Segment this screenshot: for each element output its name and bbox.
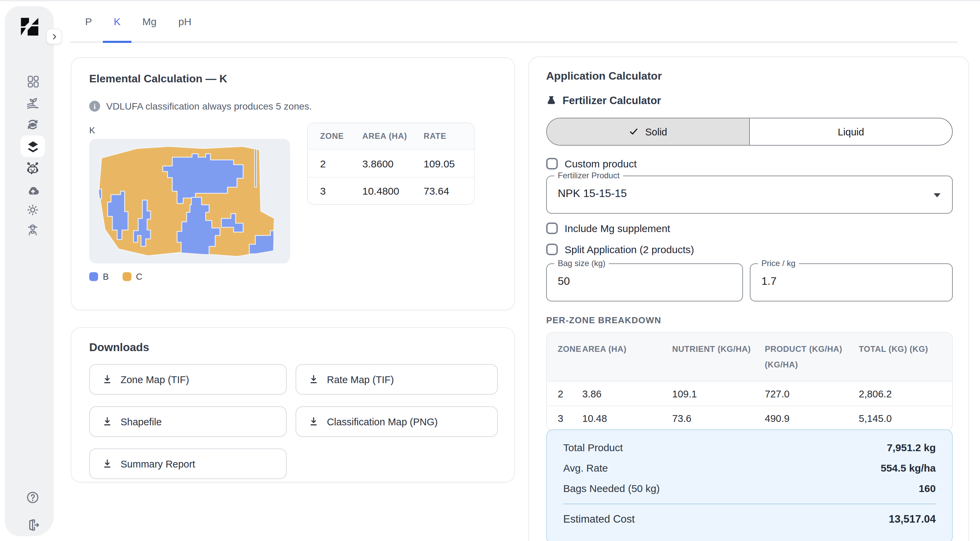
- sidebar-item-weather[interactable]: [24, 201, 41, 218]
- sidebar-item-upload[interactable]: [24, 182, 41, 198]
- include-mg-checkbox[interactable]: [546, 222, 558, 234]
- total-product-value: 7,951.2 kg: [887, 442, 936, 453]
- legend-swatch-c: [122, 272, 131, 281]
- tab-p[interactable]: P: [74, 0, 103, 41]
- download-icon: [102, 458, 113, 470]
- bd-cell: 10.48: [582, 413, 672, 424]
- bag-size-field-label: Bag size (kg): [554, 259, 609, 268]
- legend-label-c: C: [136, 271, 142, 282]
- elemental-calculation-card: Elemental Calculation — K i VDLUFA class…: [71, 57, 515, 310]
- bd-cell: 109.1: [672, 388, 765, 399]
- app-logo-icon: [19, 16, 40, 37]
- sidebar-item-layers-active[interactable]: [21, 135, 45, 157]
- legend-swatch-b: [89, 272, 98, 281]
- mode-solid-button[interactable]: Solid: [547, 118, 750, 145]
- mode-liquid-label: Liquid: [838, 126, 864, 137]
- zone-rate-table: ZONE AREA (HA) RATE 2 3.8600 109.05 3 10…: [307, 122, 475, 205]
- download-button-label: Zone Map (TIF): [121, 374, 189, 385]
- sidebar-item-assistant[interactable]: [24, 160, 41, 177]
- robot-icon: [25, 161, 40, 176]
- bags-needed-label: Bags Needed (50 kg): [563, 482, 660, 494]
- sidebar: [5, 6, 54, 536]
- download-rate-map-button[interactable]: Rate Map (TIF): [296, 364, 498, 395]
- bag-size-input[interactable]: Bag size (kg) 50: [546, 263, 743, 301]
- table-row: 3 10.48 73.6 490.9 5,145.0: [547, 405, 952, 430]
- tab-ph[interactable]: pH: [167, 0, 202, 41]
- estimated-cost-row: Estimated Cost 13,517.04: [563, 513, 936, 525]
- bd-cell: 2,806.2: [859, 388, 952, 399]
- fertilizer-product-field-label: Fertilizer Product: [554, 171, 623, 180]
- breakdown-table-header: ZONE AREA (HA) NUTRIENT (KG/HA) PRODUCT …: [547, 333, 952, 381]
- download-shapefile-button[interactable]: Shapefile: [89, 406, 287, 437]
- sidebar-item-help[interactable]: [24, 489, 41, 506]
- fertilizer-product-select[interactable]: Fertilizer Product NPK 15-15-15: [546, 176, 953, 214]
- bd-total-header: TOTAL (KG) (KG): [859, 342, 952, 357]
- legend-item-b: B: [89, 271, 109, 282]
- split-application-label: Split Application (2 products): [565, 244, 694, 255]
- tab-k[interactable]: K: [103, 0, 131, 43]
- tab-mg[interactable]: Mg: [131, 0, 167, 41]
- rate-col-header: RATE: [423, 131, 475, 141]
- sidebar-item-dashboard[interactable]: [24, 73, 41, 89]
- fertilizer-product-value: NPK 15-15-15: [558, 187, 627, 200]
- help-circle-icon: [25, 490, 40, 505]
- sidebar-item-logout[interactable]: [24, 517, 41, 533]
- downloads-title: Downloads: [89, 341, 496, 354]
- avg-rate-value: 554.5 kg/ha: [881, 462, 936, 474]
- zone-table-header: ZONE AREA (HA) RATE: [308, 123, 474, 150]
- download-button-label: Rate Map (TIF): [327, 374, 394, 385]
- mode-solid-label: Solid: [645, 126, 667, 137]
- app-logo[interactable]: [19, 16, 40, 37]
- cloud-upload-icon: [25, 182, 41, 198]
- dropdown-caret-icon: [934, 193, 940, 197]
- download-icon: [102, 416, 113, 427]
- zone-col-header: ZONE: [320, 131, 362, 141]
- legend-item-c: C: [122, 271, 142, 282]
- info-icon: i: [89, 101, 100, 112]
- rate-cell: 109.05: [423, 157, 475, 169]
- farmer-icon: [25, 222, 40, 237]
- split-application-checkbox[interactable]: [546, 244, 558, 255]
- per-zone-breakdown-table: ZONE AREA (HA) NUTRIENT (KG/HA) PRODUCT …: [546, 332, 953, 430]
- custom-product-checkbox-row[interactable]: Custom product: [546, 158, 637, 170]
- custom-product-checkbox[interactable]: [546, 158, 558, 170]
- zone-cell: 3: [320, 185, 362, 197]
- avg-rate-row: Avg. Rate 554.5 kg/ha: [563, 462, 936, 474]
- custom-product-label: Custom product: [565, 158, 637, 170]
- sidebar-expand-button[interactable]: [46, 29, 62, 44]
- bd-zone-header: ZONE: [547, 342, 582, 357]
- bd-area-header: AREA (HA): [582, 342, 672, 357]
- mode-liquid-button[interactable]: Liquid: [750, 118, 952, 145]
- include-mg-label: Include Mg supplement: [565, 222, 670, 234]
- download-icon: [102, 374, 113, 385]
- fertilizer-calculator-heading: Fertilizer Calculator: [546, 95, 661, 107]
- downloads-card: Downloads Zone Map (TIF) Rate Map (TIF) …: [71, 327, 515, 482]
- area-cell: 3.8600: [362, 157, 423, 169]
- table-row: 2 3.8600 109.05: [308, 150, 474, 177]
- download-icon: [308, 374, 320, 385]
- info-row: i VDLUFA classification always produces …: [89, 101, 496, 112]
- download-classification-map-button[interactable]: Classification Map (PNG): [296, 406, 498, 437]
- include-mg-checkbox-row[interactable]: Include Mg supplement: [546, 222, 670, 234]
- bags-needed-row: Bags Needed (50 kg) 160: [563, 482, 936, 494]
- chevron-right-icon: [50, 32, 58, 41]
- per-zone-breakdown-heading: PER-ZONE BREAKDOWN: [546, 315, 661, 325]
- sidebar-item-monitoring[interactable]: [24, 116, 41, 133]
- zone-map[interactable]: [89, 139, 290, 263]
- sun-icon: [25, 202, 40, 217]
- table-row: 2 3.86 109.1 727.0 2,806.2: [547, 381, 952, 405]
- zone-cell: 2: [320, 157, 362, 169]
- bd-nutrient-header: NUTRIENT (KG/HA): [672, 342, 765, 357]
- split-application-checkbox-row[interactable]: Split Application (2 products): [546, 244, 694, 255]
- estimated-cost-value: 13,517.04: [889, 513, 936, 525]
- eye-sync-icon: [25, 117, 40, 132]
- area-cell: 10.4800: [362, 185, 423, 197]
- application-calculator-card: Application Calculator Fertilizer Calcul…: [528, 57, 969, 541]
- summary-panel: Total Product 7,951.2 kg Avg. Rate 554.5…: [546, 429, 953, 541]
- sidebar-item-farmer[interactable]: [24, 221, 41, 238]
- price-per-kg-input[interactable]: Price / kg 1.7: [750, 263, 953, 301]
- download-zone-map-button[interactable]: Zone Map (TIF): [89, 364, 287, 395]
- info-text: VDLUFA classification always produces 5 …: [106, 101, 312, 112]
- download-summary-report-button[interactable]: Summary Report: [89, 449, 287, 479]
- sidebar-item-crops[interactable]: [24, 95, 41, 111]
